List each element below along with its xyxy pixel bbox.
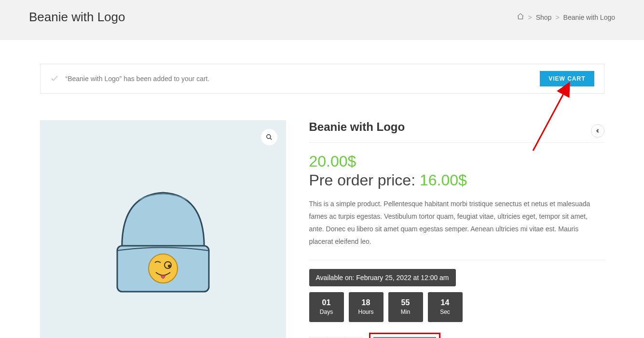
svg-line-1 <box>270 138 272 140</box>
beanie-illustration <box>100 166 226 311</box>
svg-point-0 <box>266 135 270 139</box>
zoom-button[interactable] <box>261 129 277 145</box>
product-description: This is a simple product. Pellentesque h… <box>309 198 604 260</box>
breadcrumb-current: Beanie with Logo <box>563 14 615 21</box>
notice-message: “Beanie with Logo” has been added to you… <box>66 75 210 83</box>
regular-price: 20.00$ <box>309 153 604 170</box>
page-header: Beanie with Logo > Shop > Beanie with Lo… <box>0 0 644 40</box>
add-to-cart-row: - + PRE ORDER <box>309 333 604 338</box>
svg-point-5 <box>168 265 171 268</box>
cart-notice: “Beanie with Logo” has been added to you… <box>40 64 604 94</box>
countdown-hours: 18 Hours <box>349 292 384 322</box>
breadcrumb-separator: > <box>555 14 559 21</box>
preorder-price-row: Pre order price: 16.00$ <box>309 171 604 189</box>
availability-badge: Available on: February 25, 2022 at 12:00… <box>309 269 456 286</box>
preorder-highlight: PRE ORDER <box>369 333 440 338</box>
view-cart-button[interactable]: VIEW CART <box>540 71 594 86</box>
product-image-column <box>40 120 286 338</box>
prev-product-button[interactable] <box>591 124 604 138</box>
countdown-days: 01 Days <box>309 292 344 322</box>
countdown-sec: 14 Sec <box>428 292 463 322</box>
breadcrumb-separator: > <box>528 14 532 21</box>
product-details: Beanie with Logo 20.00$ Pre order price:… <box>309 120 604 338</box>
product-name: Beanie with Logo <box>309 120 604 143</box>
product-image[interactable] <box>40 120 286 338</box>
breadcrumb-home[interactable] <box>517 13 524 22</box>
countdown-timer: 01 Days 18 Hours 55 Min 14 Sec <box>309 292 604 322</box>
page-title: Beanie with Logo <box>29 10 125 25</box>
preorder-price-label: Pre order price: <box>309 171 420 189</box>
check-icon <box>50 74 59 84</box>
breadcrumb-shop[interactable]: Shop <box>536 14 552 21</box>
countdown-min: 55 Min <box>388 292 423 322</box>
preorder-price: 16.00$ <box>420 171 467 189</box>
breadcrumb: > Shop > Beanie with Logo <box>517 13 616 22</box>
